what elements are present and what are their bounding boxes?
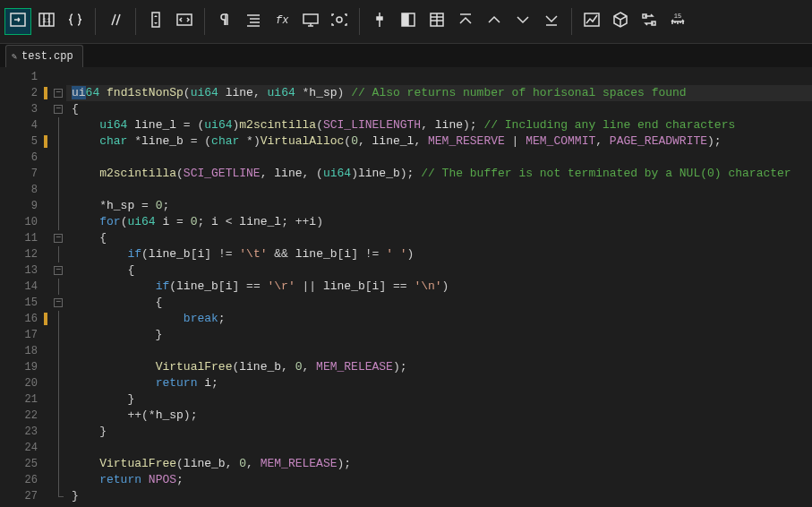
code-line[interactable]: ui64 fnd1stNonSp(ui64 line, ui64 *h_sp) … [72, 85, 812, 101]
fold-empty [50, 69, 66, 85]
braces-link-button[interactable] [63, 9, 88, 34]
code-line[interactable] [72, 150, 812, 166]
grid-half-button[interactable] [396, 9, 421, 34]
caret-down-button[interactable] [510, 9, 535, 34]
columns-button[interactable]: 11 [34, 9, 59, 34]
grid-right-button[interactable] [424, 9, 449, 34]
fold-gutter[interactable] [50, 67, 66, 507]
slider-vert-icon [371, 11, 389, 32]
code-line[interactable]: m2scintilla(SCI_GETLINE, line, (ui64)lin… [72, 166, 812, 182]
code-line[interactable]: *h_sp = 0; [72, 198, 812, 214]
marker-empty [43, 488, 50, 504]
swap-button[interactable] [637, 9, 662, 34]
line-number: 20 [0, 375, 38, 391]
svg-point-17 [337, 17, 342, 22]
code-line[interactable]: break; [72, 311, 812, 327]
code-line[interactable]: } [72, 488, 812, 504]
code-area[interactable]: ui64 fnd1stNonSp(ui64 line, ui64 *h_sp) … [66, 67, 812, 507]
svg-line-5 [112, 14, 115, 25]
code-line[interactable]: return NPOS; [72, 472, 812, 488]
code-line[interactable]: char *line_b = (char *)VirtualAlloc(0, l… [72, 133, 812, 150]
marker-empty [43, 69, 50, 85]
fold-line [50, 408, 66, 424]
scroll-vert-icon [147, 11, 165, 32]
caret-down-icon [514, 11, 532, 32]
line-number: 17 [0, 327, 38, 343]
line-number: 21 [0, 391, 38, 408]
marker-empty [43, 327, 50, 343]
code-brackets-button[interactable] [172, 9, 197, 34]
arrow-right-bar-button[interactable] [5, 9, 30, 34]
code-editor[interactable]: 1234567891011121314151617181920212223242… [0, 67, 812, 507]
marker-empty [43, 424, 50, 440]
svg-rect-7 [152, 13, 159, 27]
fold-line [50, 133, 66, 150]
swap-icon [640, 11, 658, 32]
fold-line [50, 182, 66, 198]
marker-empty [43, 343, 50, 359]
tab-test-cpp[interactable]: ✎ test.cpp [5, 45, 83, 67]
code-line[interactable]: VirtualFree(line_b, 0, MEM_RELEASE); [72, 359, 812, 375]
fold-boxminus[interactable] [50, 101, 66, 117]
target-button[interactable] [327, 9, 352, 34]
code-line[interactable]: if(line_b[i] != '\t' && line_b[i] != ' '… [72, 246, 812, 262]
code-line[interactable] [72, 440, 812, 456]
code-line[interactable]: { [72, 230, 812, 246]
code-line[interactable] [72, 182, 812, 198]
line-number: 25 [0, 456, 38, 472]
code-line[interactable]: } [72, 391, 812, 408]
code-line[interactable]: VirtualFree(line_b, 0, MEM_RELEASE); [72, 456, 812, 472]
svg-text:15: 15 [674, 13, 681, 20]
chart-icon [583, 11, 601, 32]
fold-boxminus[interactable] [50, 85, 66, 101]
line-number: 1 [0, 69, 38, 85]
code-line[interactable]: if(line_b[i] == '\r' || line_b[i] == '\n… [72, 279, 812, 295]
fold-boxminus[interactable] [50, 295, 66, 311]
dice-button[interactable] [608, 9, 633, 34]
change-marker [43, 85, 50, 101]
code-line[interactable]: { [72, 295, 812, 311]
code-line[interactable]: } [72, 424, 812, 440]
code-line[interactable] [72, 69, 812, 85]
change-marker-gutter [43, 67, 50, 507]
line-number: 4 [0, 117, 38, 133]
fold-boxminus[interactable] [50, 262, 66, 279]
marker-empty [43, 230, 50, 246]
caret-up-button[interactable] [482, 9, 507, 34]
code-line[interactable]: { [72, 262, 812, 279]
line-number: 6 [0, 150, 38, 166]
line-number-gutter: 1234567891011121314151617181920212223242… [0, 67, 43, 507]
fold-line [50, 166, 66, 182]
line-number: 23 [0, 424, 38, 440]
code-line[interactable]: for(ui64 i = 0; i < line_l; ++i) [72, 214, 812, 230]
pencil-icon: ✎ [12, 51, 17, 62]
scroll-vert-button[interactable] [143, 9, 168, 34]
fold-line [50, 375, 66, 391]
caret-down-bar-button[interactable] [539, 9, 564, 34]
fold-line [50, 472, 66, 488]
ruler-15-button[interactable]: 15 [665, 9, 690, 34]
svg-rect-22 [402, 13, 408, 26]
fold-line [50, 391, 66, 408]
screen-button[interactable] [298, 9, 323, 34]
marker-empty [43, 262, 50, 279]
line-number: 13 [0, 262, 38, 279]
code-line[interactable]: ui64 line_l = (ui64)m2scintilla(SCI_LINE… [72, 117, 812, 133]
slider-vert-button[interactable] [367, 9, 392, 34]
indent-lines-button[interactable] [241, 9, 266, 34]
line-number: 3 [0, 101, 38, 117]
code-line[interactable]: return i; [72, 375, 812, 391]
double-slash-button[interactable] [103, 9, 128, 34]
fx-button[interactable]: fx [269, 9, 295, 34]
code-line[interactable]: } [72, 327, 812, 343]
toolbar-separator [359, 8, 360, 35]
code-line[interactable] [72, 343, 812, 359]
pilcrow-button[interactable] [212, 9, 237, 34]
chart-button[interactable] [579, 9, 604, 34]
code-line[interactable]: { [72, 101, 812, 117]
fold-boxminus[interactable] [50, 230, 66, 246]
toolbar-separator [204, 8, 205, 35]
code-line[interactable]: ++(*h_sp); [72, 408, 812, 424]
caret-up-bar-button[interactable] [453, 9, 478, 34]
fold-corner [50, 488, 66, 504]
